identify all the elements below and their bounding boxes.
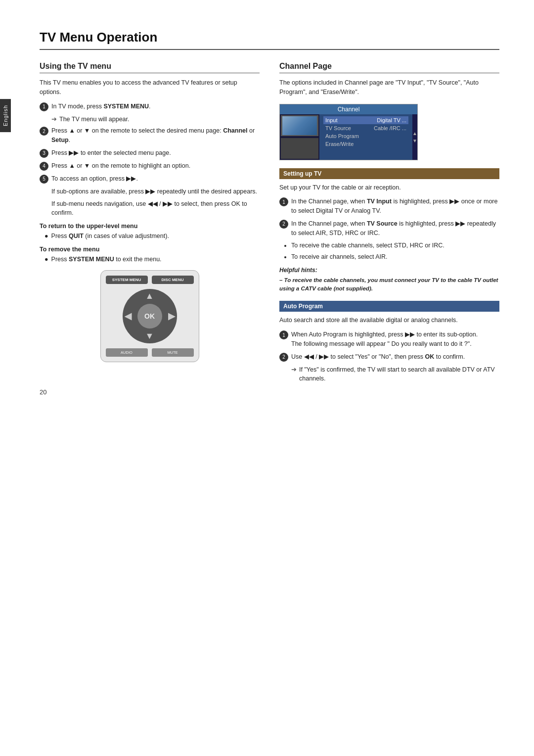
menu-item-erasewrite-label: Erase/Write [325, 141, 354, 147]
step-2: 2 Press ▲ or ▼ on the remote to select t… [40, 126, 260, 145]
helpful-hints-text: – To receive the cable channels, you mus… [279, 276, 499, 293]
auto-step-1: 1 When Auto Program is highlighted, pres… [279, 330, 499, 349]
auto-arrow-item: ➔ If "Yes" is confirmed, the TV will sta… [291, 365, 499, 384]
step-2-num: 2 [40, 127, 48, 136]
channel-screenshot: Channel Input Digital TV ... [279, 104, 418, 160]
step-2-bold2: Setup [51, 137, 69, 143]
helpful-hints-title: Helpful hints: [279, 266, 499, 275]
dpad-right-arrow[interactable]: ▶ [168, 311, 175, 322]
system-menu-bold: SYSTEM MENU [69, 256, 114, 263]
cable-channels-bullet: To receive the cable channels, select ST… [291, 241, 499, 250]
step-4-num: 4 [40, 162, 48, 171]
left-column: Using the TV menu This TV menu enables y… [40, 62, 260, 386]
step-3-text: Press ▶▶ to enter the selected menu page… [51, 148, 260, 158]
step-1-bold: SYSTEM MENU [103, 103, 149, 110]
channel-thumb-2 [281, 138, 318, 159]
step-3: 3 Press ▶▶ to enter the selected menu pa… [40, 148, 260, 158]
remote-illustration: SYSTEM MENU DISC MENU ▲ ▼ ◀ ▶ OK [40, 270, 260, 362]
mute-button[interactable]: MUTE [152, 348, 194, 357]
auto-step-1-sub: The following message will appear " Do y… [291, 340, 472, 347]
auto-arrow-icon: ➔ [291, 365, 297, 375]
remote-control: SYSTEM MENU DISC MENU ▲ ▼ ◀ ▶ OK [100, 270, 199, 362]
setting-step-1: 1 In the Channel page, when TV Input is … [279, 197, 499, 216]
quit-bold: QUIT [69, 233, 84, 239]
step-1-text: In TV mode, press SYSTEM MENU. [51, 102, 260, 111]
air-channels-bullet: To receive air channels, select AIR. [291, 252, 499, 262]
setting-up-tv-intro: Set up your TV for the cable or air rece… [279, 183, 499, 192]
step-1-sub: ➔ The TV menu will appear. [51, 115, 260, 124]
auto-arrow-text: If "Yes" is confirmed, the TV will start… [299, 365, 499, 384]
dpad-down-arrow[interactable]: ▼ [145, 331, 154, 341]
step-1-num: 1 [40, 102, 48, 111]
page-number: 20 [40, 388, 46, 396]
step-1-sub-text: The TV menu will appear. [59, 115, 130, 124]
step-5: 5 To access an option, press ▶▶. [40, 174, 260, 184]
dpad-up-arrow[interactable]: ▲ [145, 291, 154, 301]
sub-menu-note: If sub-menu needs navigation, use ◀◀ / ▶… [51, 199, 260, 218]
dpad-outer: ▲ ▼ ◀ ▶ OK [123, 289, 177, 343]
ok-bold: OK [425, 353, 435, 360]
bullet-icon: ● [44, 232, 48, 241]
setting-step-2-num: 2 [279, 220, 288, 229]
remote-top-row: SYSTEM MENU DISC MENU [106, 276, 194, 284]
to-remove-text: Press SYSTEM MENU to exit the menu. [51, 255, 162, 264]
channel-body: Input Digital TV ... TV Source Cable /IR… [280, 114, 417, 160]
menu-item-input-label: Input [325, 117, 337, 123]
to-remove-bullet: ● Press SYSTEM MENU to exit the menu. [44, 255, 260, 264]
channel-menu-item-erasewrite[interactable]: Erase/Write [323, 140, 408, 148]
auto-step-1-num: 1 [279, 331, 288, 339]
setting-up-tv-header: Setting up TV [279, 168, 499, 179]
audio-button[interactable]: AUDIO [106, 348, 148, 357]
bullet-icon-2: ● [44, 255, 48, 264]
setting-step-2: 2 In the Channel page, when TV Source is… [279, 219, 499, 238]
auto-step-2-text: Use ◀◀ / ▶▶ to select "Yes" or "No", the… [291, 352, 499, 362]
auto-step-1-text: When Auto Program is highlighted, press … [291, 330, 499, 349]
thumb-img [282, 116, 317, 135]
auto-program-header: Auto Program [279, 301, 499, 312]
to-return-text: Press QUIT (in cases of value adjustment… [51, 232, 169, 241]
dpad: ▲ ▼ ◀ ▶ OK [123, 289, 177, 343]
setting-step-2-text: In the Channel page, when TV Source is h… [291, 219, 499, 238]
scrollbar-up-icon: ▲ [412, 131, 417, 136]
remote-bottom-row: AUDIO MUTE [106, 348, 194, 357]
step-5-num: 5 [40, 175, 48, 184]
tv-source-bold: TV Source [367, 220, 398, 227]
page-title: TV Menu Operation [40, 30, 499, 50]
channel-menu-list: Input Digital TV ... TV Source Cable /IR… [319, 114, 412, 160]
tv-input-bold: TV Input [367, 198, 392, 205]
dpad-left-arrow[interactable]: ◀ [125, 311, 132, 322]
channel-menu-item-input[interactable]: Input Digital TV ... [323, 116, 408, 124]
step-1: 1 In TV mode, press SYSTEM MENU. [40, 102, 260, 111]
channel-scrollbar: ▲ ▼ [412, 114, 417, 160]
step-2-text: Press ▲ or ▼ on the remote to select the… [51, 126, 260, 145]
menu-item-autoprogram-label: Auto Program [325, 133, 359, 139]
auto-step-2-num: 2 [279, 353, 288, 362]
step-3-num: 3 [40, 149, 48, 158]
to-return-bullet: ● Press QUIT (in cases of value adjustme… [44, 232, 260, 241]
channel-page-intro: The options included in Channel page are… [279, 78, 499, 97]
scrollbar-down-icon: ▼ [412, 138, 417, 143]
disc-menu-button[interactable]: DISC MENU [152, 276, 194, 284]
system-menu-button[interactable]: SYSTEM MENU [106, 276, 148, 284]
to-remove-header: To remove the menu [40, 246, 260, 253]
menu-item-tvsource-label: TV Source [325, 125, 351, 131]
menu-item-input-value: Digital TV ... [377, 117, 406, 123]
right-column: Channel Page The options included in Cha… [279, 62, 499, 386]
ok-button[interactable]: OK [137, 304, 162, 329]
to-return-header: To return to the upper-level menu [40, 223, 260, 230]
step-5-text: To access an option, press ▶▶. [51, 174, 260, 184]
arrow-icon: ➔ [51, 115, 57, 124]
channel-menu-item-tvsource[interactable]: TV Source Cable /IRC ... [323, 124, 408, 132]
channel-page-title: Channel Page [279, 62, 499, 73]
channel-header: Channel [280, 104, 417, 114]
setting-step-1-num: 1 [279, 197, 288, 206]
channel-thumb-1 [281, 115, 318, 136]
menu-item-tvsource-value: Cable /IRC ... [374, 125, 406, 131]
auto-step-2: 2 Use ◀◀ / ▶▶ to select "Yes" or "No", t… [279, 352, 499, 362]
auto-program-intro: Auto search and store all the available … [279, 316, 499, 325]
sub-options-note: If sub-options are available, press ▶▶ r… [51, 187, 260, 196]
step-4: 4 Press ▲ or ▼ on the remote to highligh… [40, 161, 260, 171]
step-4-text: Press ▲ or ▼ on the remote to highlight … [51, 161, 260, 171]
using-tv-menu-title: Using the TV menu [40, 62, 260, 73]
channel-menu-item-autoprogram[interactable]: Auto Program [323, 132, 408, 140]
